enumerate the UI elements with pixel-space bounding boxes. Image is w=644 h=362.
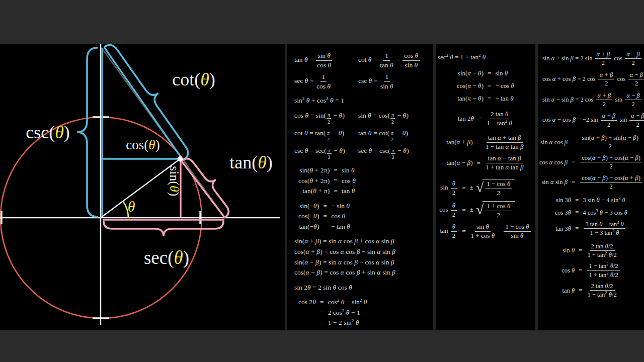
identities-panel-tangent: sec2 θ = 1 + tan2 θsin(π − θ)=sin θcos(π… bbox=[436, 44, 535, 330]
formula: cos θ = sin(π2 − θ) bbox=[292, 111, 356, 125]
formula: cos α cos β bbox=[539, 158, 568, 166]
formula: = bbox=[579, 247, 582, 254]
formula: ± √1 + cos θ2 bbox=[470, 201, 515, 219]
formula: sin θ bbox=[495, 69, 508, 78]
formula: cot θ = 1tan θ = cos θsin θ bbox=[356, 52, 430, 69]
formula: = bbox=[477, 159, 480, 167]
formula: = bbox=[324, 202, 328, 210]
formula: cos θ bbox=[331, 212, 345, 221]
formula: sin 2θ = 2 sin θ cos θ bbox=[292, 283, 430, 292]
formula-block: sin(−θ)=− sin θcos(−θ)=cos θtan(−θ)=− ta… bbox=[298, 202, 350, 231]
formula: sin(α − β) = sin α cos β − cos α sin β bbox=[292, 258, 430, 267]
formula: tan(π − θ) bbox=[457, 95, 484, 103]
formula: = bbox=[575, 197, 579, 204]
formula: tan α − tan β1 + tan α tan β bbox=[485, 155, 525, 171]
formula: cos α + cos β = 2 cos α + β2 cos α − β2 bbox=[538, 71, 644, 87]
formula: 2 tan θ/21 + tan2 θ/2 bbox=[586, 243, 617, 259]
formula: = bbox=[579, 287, 582, 294]
formula: cos(α − β) = cos α cos β + sin α sin β bbox=[292, 268, 430, 277]
formula: sin θ bbox=[342, 166, 355, 175]
formula: = bbox=[462, 206, 465, 214]
formula: = bbox=[488, 82, 491, 90]
formula: cos θ bbox=[561, 266, 575, 275]
formula-block: tan(α + β)=tan α + tan β1 − tan α tan βt… bbox=[446, 134, 524, 171]
formula-block: sin(θ + 2π)=sin θcos(θ + 2π)=cos θtan(θ … bbox=[298, 166, 356, 196]
formula: = bbox=[478, 115, 481, 123]
formula: cot θ = tan(π2 − θ) bbox=[292, 129, 356, 142]
point-on-circle bbox=[178, 156, 183, 161]
formula-block: cos 2θ=cos2 θ − sin2 θ=2 cos2 θ − 1=1 − … bbox=[298, 298, 367, 327]
formula: tan θ = cot(π2 − θ) bbox=[356, 129, 430, 142]
formula: = bbox=[334, 187, 338, 195]
formula: = bbox=[320, 319, 324, 327]
formula: = bbox=[572, 138, 575, 146]
formula: tan(−θ) bbox=[299, 222, 319, 231]
identities-panel-basic: tan θ = sin θcos θcot θ = 1tan θ = cos θ… bbox=[287, 44, 433, 330]
formula: = bbox=[572, 178, 575, 186]
csc-label: csc(θ) bbox=[26, 122, 70, 142]
formula: 4 cos3 θ − 3 cos θ bbox=[583, 209, 627, 217]
formula: sin(α + β) = sin α cos β + cos α sin β bbox=[292, 237, 430, 246]
formula: 2 tan θ1 − tan2 θ bbox=[486, 111, 514, 127]
formula: = bbox=[320, 298, 324, 306]
formula: 1 − tan2 θ/21 + tan2 θ/2 bbox=[586, 262, 620, 279]
formula: sin 3θ bbox=[556, 196, 571, 204]
formula: sin(θ + 2π) bbox=[299, 166, 330, 175]
formula: sin θ = cos(π2 − θ) bbox=[356, 111, 430, 125]
formula: = bbox=[334, 166, 338, 174]
formula: = bbox=[334, 176, 338, 185]
sec-label: sec(θ) bbox=[144, 247, 189, 268]
formula: cos(−θ) bbox=[298, 212, 319, 221]
formula: sin α cos β bbox=[540, 138, 568, 146]
formula: 2 cos2 θ − 1 bbox=[328, 308, 360, 317]
formula: = bbox=[575, 225, 579, 232]
formula-block: sin α + sin β = 2 sin α + β2 cos α − β2c… bbox=[538, 51, 644, 128]
formula: tan θ = sin θcos θ bbox=[292, 52, 356, 69]
formula: sin α sin β bbox=[541, 178, 568, 186]
formula: tan θ bbox=[562, 287, 575, 295]
formula: tan α + tan β1 − tan α tan β bbox=[485, 134, 525, 151]
formula: = bbox=[575, 209, 579, 216]
formula: tan θ2 bbox=[440, 223, 458, 240]
formula-block: tan 2θ=2 tan θ1 − tan2 θ bbox=[458, 111, 513, 127]
formula-block: sin θ=2 tan θ/21 + tan2 θ/2cos θ=1 − tan… bbox=[561, 243, 621, 299]
formula: = bbox=[324, 223, 328, 231]
formula: 1 − 2 sin2 θ bbox=[328, 318, 359, 327]
formula: sin(−θ) bbox=[299, 202, 319, 211]
formula: csc θ = sec(π2 − θ) bbox=[292, 146, 356, 160]
content-row: csc(θ) cot(θ) cos(θ) tan(θ) sec(θ) sin(θ… bbox=[0, 44, 644, 330]
formula-block: sin α cos β=sin(α + β) + sin(α − β)2cos … bbox=[539, 134, 643, 190]
formula: sin(α + β) + sin(α − β)2 bbox=[579, 134, 641, 150]
formula: sin θ1 + cos θ = 1 − cos θsin θ bbox=[470, 223, 532, 240]
formula: tan(θ + π) bbox=[302, 187, 330, 196]
formula-block: sin θ2=± √1 − cos θ2cos θ2=± √1 + cos θ2… bbox=[439, 179, 532, 240]
cot-label: cot(θ) bbox=[172, 69, 215, 89]
formula: ± √1 − cos θ2 bbox=[470, 179, 515, 197]
formula: sin θ2 bbox=[440, 180, 458, 197]
formula: sin α − sin β = 2 cos α + β2 sin α − β2 bbox=[538, 92, 644, 108]
formula: sec2 θ = 1 + tan2 θ bbox=[436, 53, 535, 62]
formula: sin2 θ + cos2 θ = 1 bbox=[292, 96, 430, 105]
formula: − tan θ bbox=[331, 222, 350, 231]
formula: − sin θ bbox=[331, 202, 350, 211]
formula: − cos θ bbox=[495, 82, 514, 90]
formula: cos θ bbox=[342, 176, 356, 186]
formula: 3 tan θ − tan3 θ1 − 3 tan2 θ bbox=[583, 221, 626, 237]
formula-block: sin2 θ + cos2 θ = 1 bbox=[292, 96, 430, 105]
formula: cos(θ + 2π) bbox=[298, 176, 330, 186]
unit-circle-diagram: csc(θ) cot(θ) cos(θ) tan(θ) sec(θ) sin(θ… bbox=[0, 44, 285, 330]
cos-label: cos(θ) bbox=[126, 137, 159, 152]
theta-label: θ bbox=[128, 198, 135, 215]
unit-circle-panel: csc(θ) cot(θ) cos(θ) tan(θ) sec(θ) sin(θ… bbox=[0, 44, 285, 330]
formula: cos 2θ bbox=[298, 298, 316, 307]
formula: tan 2θ bbox=[458, 115, 474, 123]
formula: = bbox=[488, 95, 491, 103]
formula: = bbox=[572, 158, 575, 166]
tan-label: tan(θ) bbox=[229, 152, 273, 172]
formula: sec θ = csc(π2 − θ) bbox=[356, 146, 430, 160]
formula: cos(α − β) − cos(α + β)2 bbox=[579, 174, 643, 191]
formula-block: sin(α + β) = sin α cos β + cos α sin βco… bbox=[292, 237, 430, 277]
formula: = bbox=[477, 139, 480, 147]
formula: sec θ = 1cos θ bbox=[292, 73, 356, 90]
formula: = bbox=[462, 184, 465, 192]
